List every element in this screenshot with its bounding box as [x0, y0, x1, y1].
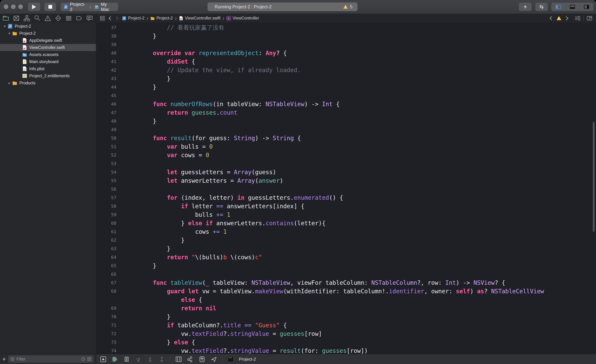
code-text: func result(for guess: String) -> String… — [116, 134, 301, 142]
line-number: 55 — [96, 176, 116, 185]
code-line: 38 } — [96, 32, 596, 40]
forward-button[interactable] — [115, 16, 119, 21]
tree-item-assets-xcassets[interactable]: Assets.xcassets — [0, 51, 96, 58]
breadcrumb-viewcontroller-swift[interactable]: ViewController.swift — [179, 16, 221, 21]
line-number: 60 — [96, 219, 116, 227]
step-into-button[interactable] — [147, 356, 153, 363]
code-line: else { — [96, 296, 596, 304]
zoom-window-button[interactable] — [18, 4, 23, 9]
step-over-button[interactable] — [135, 356, 142, 363]
tree-item-project-2[interactable]: ▾Project-2 — [0, 23, 96, 30]
step-out-button[interactable] — [158, 356, 165, 363]
issue-navigator-tab[interactable] — [44, 15, 52, 22]
library-button[interactable]: + — [519, 3, 532, 11]
line-number: 69 — [96, 304, 116, 313]
back-button[interactable] — [108, 16, 112, 21]
folder-icon — [12, 31, 17, 36]
filter-input[interactable] — [16, 357, 80, 362]
folder-icon — [12, 80, 17, 86]
tree-item-info-plist[interactable]: Info.plist — [0, 65, 96, 72]
app-badge-button[interactable] — [227, 356, 234, 363]
scrollbar[interactable] — [593, 122, 595, 232]
tree-item-viewcontroller-swift[interactable]: ViewController.swift — [0, 44, 96, 51]
code-text: // 看看玩家赢了没有 — [116, 23, 224, 32]
memory-graph-button[interactable] — [187, 356, 194, 363]
stop-button[interactable] — [44, 3, 56, 11]
toggle-inspectors-button[interactable] — [580, 3, 594, 11]
run-button[interactable] — [28, 3, 40, 11]
tree-item-label: Project_2.entitlements — [29, 73, 70, 78]
jump-bar: Project-2›Project-2›ViewController.swift… — [96, 14, 596, 23]
previous-issue-button[interactable] — [549, 16, 553, 21]
line-number: 39 — [96, 40, 116, 49]
project-navigator-tab[interactable] — [2, 15, 10, 22]
tree-item-label: Products — [19, 81, 36, 85]
scheme-selector[interactable]: Project-2 › My Mac — [61, 3, 118, 11]
code-line: 63 } — [96, 245, 596, 253]
related-items-icon[interactable] — [99, 15, 105, 21]
tree-item-project-2-entitlements[interactable]: Project_2.entitlements — [0, 72, 96, 79]
pause-button[interactable] — [123, 356, 130, 363]
code-line: 69 return nil — [96, 304, 596, 313]
code-text: return nil — [116, 304, 216, 313]
adjust-editor-icon[interactable] — [574, 15, 581, 21]
debug-navigator-tab[interactable] — [65, 15, 72, 22]
find-navigator-tab[interactable] — [34, 15, 41, 22]
editor-mode-button[interactable] — [535, 3, 548, 11]
disclosure-open-icon[interactable]: ▾ — [2, 24, 7, 28]
minimize-window-button[interactable] — [11, 4, 16, 9]
plist-icon — [22, 66, 27, 71]
close-window-button[interactable] — [4, 4, 8, 9]
toggle-navigator-button[interactable] — [551, 3, 566, 11]
source-editor[interactable]: 37 // 看看玩家赢了没有38 }3940 override var repr… — [96, 23, 596, 354]
tree-item-main-storyboard[interactable]: Main.storyboard — [0, 58, 96, 65]
environment-overrides-button[interactable] — [199, 356, 205, 363]
test-navigator-tab[interactable] — [54, 15, 62, 22]
simulate-location-button[interactable] — [210, 356, 217, 363]
disclosure-open-icon[interactable]: ▾ — [7, 31, 12, 36]
line-number: 37 — [96, 23, 116, 32]
line-number: 48 — [96, 117, 116, 125]
breadcrumb-viewcontroller[interactable]: CViewController — [226, 16, 259, 21]
continue-button[interactable] — [112, 356, 118, 363]
issue-warning-icon[interactable] — [556, 15, 562, 21]
code-text: vw.textField?.stringValue = result(for: … — [116, 347, 368, 354]
mac-destination-icon — [94, 4, 99, 10]
activity-viewer[interactable]: Running Project-2 : Project-2 5 — [208, 2, 358, 11]
code-line: 58 if letter == answerLetters[index] { — [96, 202, 596, 211]
divider — [583, 16, 584, 21]
scm-filter-icon[interactable] — [87, 357, 91, 361]
line-number: 51 — [96, 142, 116, 151]
recents-clock-icon[interactable] — [81, 357, 85, 361]
breadcrumb-project-2[interactable]: Project-2 — [150, 16, 173, 21]
code-line: 64 return "\(bulls)b \(cows)c" — [96, 253, 596, 262]
code-line: 66 — [96, 270, 596, 279]
code-text: vw.textField?.stringValue = guesses[row] — [116, 330, 322, 338]
report-navigator-tab[interactable] — [86, 15, 93, 22]
code-line: 49 — [96, 125, 596, 134]
line-number: 50 — [96, 134, 116, 142]
warning-count: 5 — [350, 4, 352, 9]
breadcrumb: Project-2›Project-2›ViewController.swift… — [122, 15, 259, 21]
symbol-navigator-tab[interactable] — [23, 15, 30, 22]
running-app-label: Project-2 — [239, 357, 256, 362]
toggle-debug-area-button[interactable] — [566, 3, 580, 11]
view-hierarchy-button[interactable] — [175, 356, 182, 363]
filter-field[interactable] — [8, 356, 93, 363]
tree-item-project-2[interactable]: ▾Project-2 — [0, 30, 96, 37]
breakpoint-navigator-tab[interactable] — [75, 15, 83, 22]
add-file-button[interactable]: + — [0, 356, 8, 363]
source-control-navigator-tab[interactable] — [13, 15, 20, 22]
breakpoints-toggle-button[interactable] — [100, 356, 107, 363]
add-editor-button[interactable] — [586, 15, 592, 21]
running-app[interactable]: Project-2 — [239, 357, 256, 362]
tree-item-appdelegate-swift[interactable]: AppDelegate.swift — [0, 37, 96, 44]
next-issue-button[interactable] — [565, 16, 569, 21]
line-number: 74 — [96, 347, 116, 354]
activity-status-text: Running Project-2 : Project-2 — [215, 4, 272, 9]
warning-badge[interactable]: 5 — [343, 4, 352, 10]
tree-item-label: AppDelegate.swift — [29, 38, 62, 43]
disclosure-closed-icon[interactable]: ▸ — [7, 81, 12, 85]
tree-item-products[interactable]: ▸Products — [0, 79, 96, 87]
breadcrumb-project-2[interactable]: Project-2 — [122, 16, 144, 21]
